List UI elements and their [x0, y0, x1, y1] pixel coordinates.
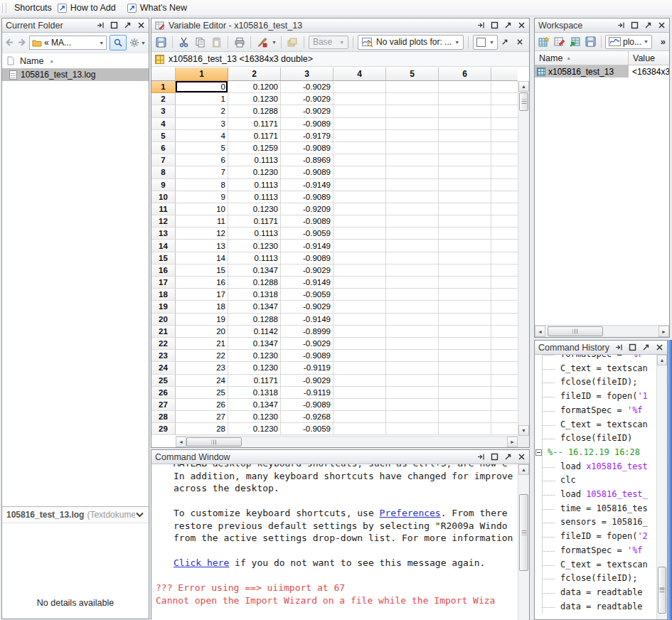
close-icon[interactable]: [137, 21, 145, 30]
table-cell[interactable]: [439, 252, 491, 264]
table-cell[interactable]: -0.9149: [281, 277, 334, 289]
row-header[interactable]: 9: [151, 179, 176, 191]
table-cell[interactable]: [386, 130, 439, 142]
scroll-left-icon[interactable]: ◄: [176, 437, 186, 447]
table-cell[interactable]: [386, 375, 439, 387]
undock-icon[interactable]: [503, 21, 512, 30]
history-item[interactable]: formatSpec = '%f: [535, 404, 656, 418]
scroll-right-icon[interactable]: ►: [658, 326, 669, 337]
dock-icon[interactable]: [96, 21, 105, 30]
table-cell[interactable]: 0.1347: [228, 399, 281, 411]
table-cell[interactable]: [386, 314, 439, 326]
table-cell[interactable]: -0.9089: [281, 215, 334, 228]
column-header[interactable]: 2: [228, 68, 281, 81]
table-cell[interactable]: [491, 399, 518, 411]
table-cell[interactable]: [439, 215, 491, 228]
workspace-titlebar[interactable]: Workspace: [535, 18, 669, 33]
scroll-right-icon[interactable]: ►: [507, 437, 518, 447]
table-cell[interactable]: 24: [176, 375, 228, 387]
history-item[interactable]: fclose(fileID): [535, 432, 656, 446]
history-item[interactable]: C_text = textscan: [535, 362, 656, 376]
table-cell[interactable]: [334, 423, 386, 435]
table-cell[interactable]: [386, 166, 439, 178]
table-cell[interactable]: [334, 411, 386, 423]
table-cell[interactable]: [491, 93, 518, 105]
dock-icon[interactable]: [614, 343, 623, 352]
row-header[interactable]: 21: [151, 326, 176, 338]
table-cell[interactable]: [491, 154, 518, 166]
table-cell[interactable]: [334, 264, 386, 277]
scroll-up-icon[interactable]: ▲: [518, 81, 529, 92]
table-cell[interactable]: [386, 105, 439, 117]
table-cell[interactable]: [491, 105, 518, 117]
history-item[interactable]: fileID = fopen('1: [535, 390, 656, 404]
table-cell[interactable]: 0.1113: [228, 228, 281, 240]
table-cell[interactable]: 0.1171: [228, 375, 281, 387]
table-cell[interactable]: [491, 362, 518, 374]
back-icon[interactable]: [5, 36, 14, 49]
table-cell[interactable]: [439, 203, 491, 215]
table-cell[interactable]: 0.1171: [228, 118, 281, 130]
table-cell[interactable]: -0.9149: [281, 314, 334, 326]
table-cell[interactable]: [386, 142, 439, 154]
history-item[interactable]: fclose(fileID);: [535, 375, 656, 390]
table-cell[interactable]: [334, 154, 386, 166]
table-cell[interactable]: [386, 252, 439, 264]
table-cell[interactable]: 0.1318: [228, 289, 281, 301]
table-cell[interactable]: 0.1230: [228, 203, 281, 215]
table-cell[interactable]: [491, 326, 518, 338]
table-cell[interactable]: [334, 166, 386, 178]
table-cell[interactable]: 0.1230: [228, 166, 281, 178]
table-cell[interactable]: -0.9059: [281, 423, 334, 435]
table-cell[interactable]: 3: [176, 118, 228, 130]
table-cell[interactable]: [491, 252, 518, 264]
table-cell[interactable]: 0.1230: [228, 93, 281, 105]
dock-icon[interactable]: [617, 21, 625, 30]
table-horizontal-scrollbar[interactable]: ◄ ►: [176, 436, 518, 447]
print-icon[interactable]: [233, 36, 246, 49]
table-cell[interactable]: 0.1318: [228, 387, 281, 399]
table-cell[interactable]: [439, 375, 491, 387]
table-cell[interactable]: [386, 387, 439, 399]
history-item[interactable]: load x105816_test: [535, 460, 656, 474]
table-cell[interactable]: 0.1347: [228, 264, 281, 277]
close-icon[interactable]: [657, 21, 666, 30]
workspace-plot-selector[interactable]: plo... ▼: [605, 35, 652, 49]
chevron-down-icon[interactable]: ▼: [272, 40, 277, 45]
close-icon[interactable]: [655, 343, 663, 352]
paste-icon[interactable]: [210, 36, 223, 49]
row-header[interactable]: 27: [151, 399, 176, 411]
table-cell[interactable]: -0.9029: [281, 301, 334, 313]
table-cell[interactable]: [439, 289, 491, 301]
table-cell[interactable]: [491, 264, 518, 277]
table-cell[interactable]: [386, 301, 439, 313]
table-cell[interactable]: [491, 166, 518, 178]
table-cell[interactable]: -0.9089: [281, 252, 334, 264]
maximize-icon[interactable]: [490, 21, 498, 30]
table-cell[interactable]: -0.9149: [281, 179, 334, 191]
toolbar-overflow-icon[interactable]: »: [661, 36, 667, 47]
table-vertical-scrollbar[interactable]: ▲ ▼: [518, 81, 529, 436]
table-cell[interactable]: [334, 191, 386, 203]
workspace-row[interactable]: x105816_test_13<16384x3 d: [535, 65, 669, 78]
table-cell[interactable]: 8: [176, 179, 228, 191]
table-cell[interactable]: 1: [176, 93, 228, 105]
table-cell[interactable]: 19: [176, 314, 228, 326]
table-cell[interactable]: 0.1288: [228, 105, 281, 117]
table-cell[interactable]: [386, 203, 439, 215]
table-cell[interactable]: -0.9209: [281, 203, 334, 215]
table-cell[interactable]: -0.8999: [281, 326, 334, 338]
table-cell[interactable]: [334, 142, 386, 154]
undock-icon[interactable]: [123, 21, 132, 30]
table-cell[interactable]: -0.9059: [281, 289, 334, 301]
table-cell[interactable]: 0.1288: [228, 314, 281, 326]
table-cell[interactable]: [491, 387, 518, 399]
table-cell[interactable]: [439, 387, 491, 399]
table-corner-cell[interactable]: [151, 68, 176, 81]
table-cell[interactable]: [439, 81, 491, 93]
column-header[interactable]: 1: [176, 68, 228, 81]
plot-selector[interactable]: No valid plots for: ... ▼: [358, 35, 464, 50]
table-cell[interactable]: [386, 289, 439, 301]
layout-selector[interactable]: ▼: [473, 35, 498, 50]
table-cell[interactable]: -0.9119: [281, 362, 334, 374]
